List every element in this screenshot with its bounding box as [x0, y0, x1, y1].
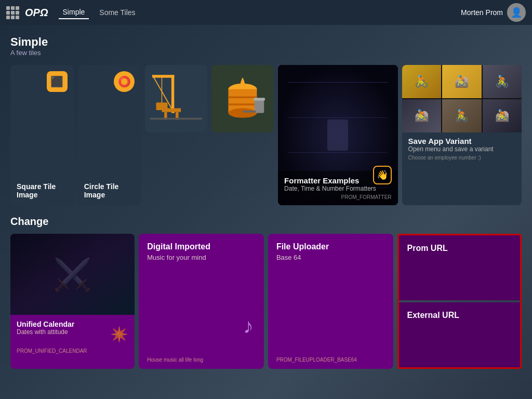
- collage-subtitle: Open menu and save a variant: [408, 145, 515, 153]
- collage-cell-1: 🚴: [402, 65, 441, 98]
- uploader-subtitle: Base 64: [276, 254, 385, 261]
- user-profile[interactable]: Morten Prom 👤: [461, 3, 526, 22]
- calendar-bg: ⚔️: [10, 234, 135, 315]
- barrel-svg: [214, 70, 271, 127]
- jedi-icon: ✴️: [110, 326, 128, 343]
- calendar-code: PROM_UNIFIED_CALENDAR: [17, 348, 128, 354]
- circle-tile-icon: ⭕: [114, 71, 135, 92]
- square-tile-label: Square Tile Image: [17, 182, 68, 199]
- collage-cell-4: 🚵: [402, 99, 441, 132]
- prom-url-tile[interactable]: Prom URL: [399, 235, 521, 300]
- digital-imported-tile[interactable]: Digital Imported Music for your mind ♪ H…: [139, 234, 264, 369]
- crane-svg: [148, 70, 205, 127]
- music-subtitle: Music for your mind: [147, 254, 256, 261]
- music-title: Digital Imported: [147, 242, 256, 251]
- circle-tile-label: Circle Tile Image: [84, 182, 135, 199]
- formatter-tile[interactable]: 👋 Formatter Examples Date, Time & Number…: [278, 65, 397, 205]
- music-code: House music all life long: [147, 357, 203, 363]
- tab-some-tiles[interactable]: Some Tiles: [95, 6, 139, 19]
- uploader-title: File Uploader: [276, 242, 385, 251]
- collage-code: Choose an employee number :): [408, 155, 515, 161]
- uploader-code: PROM_FILEUPLOADER_BASE64: [276, 357, 357, 363]
- music-note-icon: ♪: [243, 314, 254, 338]
- file-uploader-tile[interactable]: File Uploader Base 64 PROM_FILEUPLOADER_…: [268, 234, 393, 369]
- navbar: OPΩ Simple Some Tiles Morten Prom 👤: [0, 0, 532, 25]
- user-name: Morten Prom: [461, 8, 503, 17]
- barrel-tile[interactable]: [211, 65, 274, 132]
- save-variant-tile[interactable]: 🚴 🚵 🚴 🚵 🚴 🚵 Save App Va: [402, 65, 522, 205]
- url-tiles-group: Prom URL External URL: [397, 234, 522, 369]
- svg-rect-15: [254, 98, 265, 101]
- svg-rect-13: [229, 103, 257, 105]
- main-content: Simple A few tiles ⬛ Square Tile Image ⭕…: [0, 25, 532, 399]
- external-url-title: External URL: [407, 311, 512, 320]
- simple-subtitle: A few tiles: [10, 49, 522, 57]
- grid-icon[interactable]: [6, 6, 19, 19]
- collage-title: Save App Variant: [408, 137, 515, 145]
- unified-calendar-tile[interactable]: ⚔️ Unified Calendar Dates with attitude …: [10, 234, 135, 369]
- soldiers-image: ⚔️: [10, 234, 135, 315]
- svg-rect-16: [243, 111, 256, 113]
- svg-rect-0: [171, 75, 175, 113]
- avatar: 👤: [507, 3, 526, 22]
- collage-cell-2: 🚵: [442, 65, 481, 98]
- svg-rect-12: [229, 96, 257, 98]
- collage-cell-5: 🚴: [442, 99, 481, 132]
- change-tiles-row: ⚔️ Unified Calendar Dates with attitude …: [10, 234, 522, 369]
- external-url-tile[interactable]: External URL: [399, 302, 521, 367]
- svg-point-11: [229, 108, 257, 117]
- formatter-subtitle: Date, Time & Number Formatters: [284, 185, 391, 192]
- circle-tile-image[interactable]: ⭕ Circle Tile Image: [78, 65, 141, 205]
- simple-title: Simple: [10, 35, 522, 49]
- formatter-code: PROM_FORMATTER: [284, 194, 391, 200]
- square-tile-image[interactable]: ⬛ Square Tile Image: [10, 65, 74, 205]
- collage-cell-3: 🚴: [483, 65, 522, 98]
- svg-rect-1: [153, 75, 175, 78]
- collage-cell-6: 🚵: [483, 99, 522, 132]
- logo: OPΩ: [25, 7, 48, 19]
- prom-url-title: Prom URL: [407, 244, 512, 253]
- svg-rect-8: [150, 118, 203, 120]
- svg-rect-7: [156, 102, 168, 110]
- square-tile-icon: ⬛: [47, 71, 68, 92]
- formatter-icon: 👋: [373, 166, 392, 184]
- collage-grid: 🚴 🚵 🚴 🚵 🚴 🚵: [402, 65, 522, 132]
- change-title: Change: [10, 216, 522, 228]
- tab-simple[interactable]: Simple: [59, 6, 89, 19]
- industrial-tile[interactable]: [145, 65, 207, 132]
- simple-tiles-row: ⬛ Square Tile Image ⭕ Circle Tile Image: [10, 65, 522, 205]
- formatter-info: 👋 Formatter Examples Date, Time & Number…: [278, 171, 397, 205]
- collage-info: Save App Variant Open menu and save a va…: [402, 132, 522, 165]
